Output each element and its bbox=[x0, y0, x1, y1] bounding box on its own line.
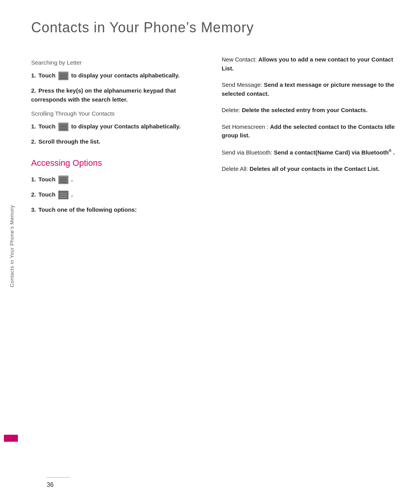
section-heading-searching: Searching by Letter bbox=[31, 59, 206, 66]
item-label: New Contact: bbox=[222, 56, 258, 63]
section-heading-scrolling: Scrolling Through Your Contacts bbox=[31, 110, 206, 117]
list-item: 2. Scroll through the list. bbox=[31, 137, 206, 146]
sidebar-label: Contacts in Your Phone’s Memory bbox=[9, 205, 15, 287]
right-item-send-message: Send Message: Send a text message or pic… bbox=[222, 81, 397, 98]
section-accessing-options: Accessing Options 1. Touch . 2. Touch . bbox=[31, 158, 206, 214]
list-item: 1. Touch to display your contacts alphab… bbox=[31, 71, 206, 80]
item-number: 3. bbox=[31, 206, 36, 213]
item-number: 2. bbox=[31, 138, 36, 145]
item-number: 1. bbox=[31, 123, 36, 130]
item-text: Scroll through the list. bbox=[38, 138, 100, 145]
item-text-after: to display your contacts alphabetically. bbox=[71, 72, 180, 79]
page-title: Contacts in Your Phone’s Memory bbox=[31, 19, 397, 40]
page-footer: 36 bbox=[47, 477, 397, 488]
list-item: 2. Press the key(s) on the alphanumeric … bbox=[31, 86, 206, 104]
item-label: Delete bbox=[222, 107, 238, 113]
item-text-touch: Touch bbox=[38, 72, 57, 79]
section-searching-by-letter: Searching by Letter 1. Touch to display … bbox=[31, 59, 206, 104]
registered-mark: ® bbox=[388, 149, 391, 153]
sidebar-accent bbox=[4, 435, 18, 442]
contacts-icon bbox=[58, 72, 68, 80]
footer-divider bbox=[47, 477, 70, 478]
right-item-delete: Delete: Delete the selected entry from y… bbox=[222, 106, 397, 115]
item-colon: : bbox=[238, 107, 242, 113]
item-text-after: to display your Contacts alphabetically. bbox=[71, 123, 180, 130]
item-number: 2. bbox=[31, 191, 36, 198]
left-column: Searching by Letter 1. Touch to display … bbox=[31, 55, 206, 220]
item-text-touch: Touch bbox=[38, 191, 57, 198]
sidebar: Contacts in Your Phone’s Memory bbox=[0, 0, 23, 504]
list-item: 3. Touch one of the following options: bbox=[31, 205, 206, 214]
page-number: 36 bbox=[47, 481, 54, 488]
item-number: 2. bbox=[31, 87, 36, 94]
page-container: Contacts in Your Phone’s Memory Contacts… bbox=[0, 0, 420, 504]
item-label: Set Homescreen : bbox=[222, 123, 270, 130]
main-content: Contacts in Your Phone’s Memory Searchin… bbox=[23, 0, 420, 504]
item-text-after: . bbox=[71, 176, 73, 183]
accessing-options-heading: Accessing Options bbox=[31, 158, 206, 168]
item-text-after: . bbox=[71, 191, 73, 198]
list-item: 1. Touch to display your Contacts alphab… bbox=[31, 122, 206, 131]
item-desc: Delete the selected entry from your Cont… bbox=[242, 107, 368, 113]
item-number: 1. bbox=[31, 176, 36, 183]
item-desc: Send a contact(Name Card) via Bluetooth®… bbox=[274, 149, 395, 156]
section-scrolling: Scrolling Through Your Contacts 1. Touch… bbox=[31, 110, 206, 146]
right-item-bluetooth: Send via Bluetooth: Send a contact(Name … bbox=[222, 148, 397, 157]
right-item-new-contact: New Contact: Allows you to add a new con… bbox=[222, 55, 397, 73]
contacts-icon bbox=[58, 123, 68, 131]
item-text-touch: Touch bbox=[38, 123, 57, 130]
item-label: Send Message bbox=[222, 81, 261, 88]
item-number: 1. bbox=[31, 72, 36, 79]
item-desc: Deletes all of your contacts in the Cont… bbox=[250, 165, 380, 172]
contacts-icon bbox=[58, 176, 68, 184]
item-text-touch: Touch bbox=[38, 176, 57, 183]
right-item-delete-all: Delete All: Deletes all of your contacts… bbox=[222, 165, 397, 174]
item-label: Delete All: bbox=[222, 165, 250, 172]
item-text: Touch one of the following options: bbox=[38, 206, 137, 213]
item-label: Send via Bluetooth: bbox=[222, 149, 274, 156]
two-column-layout: Searching by Letter 1. Touch to display … bbox=[31, 55, 397, 220]
menu-icon bbox=[58, 191, 68, 199]
item-text: Press the key(s) on the alphanumeric key… bbox=[31, 87, 176, 103]
right-item-set-homescreen: Set Homescreen : Add the selected contac… bbox=[222, 123, 397, 140]
list-item: 1. Touch . bbox=[31, 175, 206, 184]
right-column: New Contact: Allows you to add a new con… bbox=[222, 55, 397, 220]
list-item: 2. Touch . bbox=[31, 190, 206, 199]
